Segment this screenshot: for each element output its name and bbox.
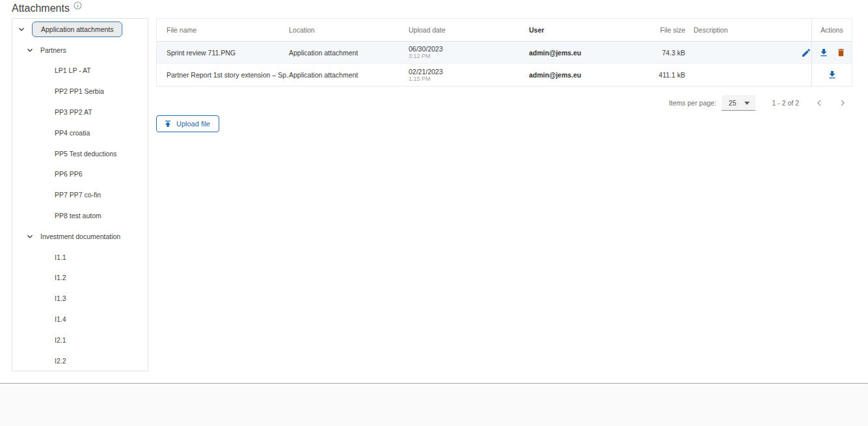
upload-date-cell: 06/30/2023 3:12 PM <box>409 45 529 59</box>
actions-cell <box>811 64 852 86</box>
tree-item-i2-1[interactable]: I2.1 <box>12 330 148 350</box>
page-size-value: 25 <box>729 99 737 107</box>
tree-item-investment-documentation[interactable]: Investment documentation <box>12 226 148 247</box>
column-header-description: Description <box>685 26 811 34</box>
tree-item-i1-2[interactable]: I1.2 <box>12 268 148 289</box>
file-name-cell: Sprint review 711.PNG <box>157 49 289 57</box>
tree-item-application-attachments[interactable]: Application attachments <box>12 19 148 40</box>
table-row: Sprint review 711.PNG Application attach… <box>157 42 852 64</box>
location-cell: Application attachment <box>289 49 409 57</box>
tree-item-i1-4[interactable]: I1.4 <box>12 309 148 330</box>
page-size-select[interactable]: 25 <box>722 95 755 111</box>
location-cell: Application attachment <box>289 71 409 79</box>
upload-date: 06/30/2023 <box>409 45 529 53</box>
column-header-actions: Actions <box>811 19 852 41</box>
tree-item-pp7[interactable]: PP7 PP7 co-fin <box>12 184 148 205</box>
tree-item-label: I2.2 <box>55 357 66 365</box>
file-name-cell: Partner Report 1st story extension – Sp.… <box>157 71 289 79</box>
tree-item-label: PP5 Test deductions <box>55 150 117 158</box>
previous-page-button[interactable] <box>809 93 829 113</box>
upload-time: 1:15 PM <box>409 76 529 82</box>
tree-item-pp8[interactable]: PP8 test autom <box>12 205 148 226</box>
upload-arrow-icon <box>163 119 172 128</box>
edit-description-button[interactable] <box>801 48 811 58</box>
file-size-cell: 411.1 kB <box>620 71 685 79</box>
tree-item-label: PP3 PP2 AT <box>55 108 92 116</box>
table-row: Partner Report 1st story extension – Sp.… <box>157 64 852 86</box>
tree-item-pp5[interactable]: PP5 Test deductions <box>12 143 148 164</box>
paginator: Items per page: 25 1 - 2 of 2 <box>156 91 852 115</box>
user-cell: admin@jems.eu <box>529 49 620 57</box>
attachments-tree-panel: Application attachments Partners LP1 LP … <box>12 18 148 371</box>
tree-item-pp4[interactable]: PP4 croatia <box>12 122 148 143</box>
chevron-right-icon <box>837 98 848 108</box>
file-size-cell: 74.3 kB <box>620 49 685 57</box>
upload-file-button[interactable]: Upload file <box>156 115 219 132</box>
chevron-down-icon[interactable] <box>17 25 26 34</box>
chevron-down-icon[interactable] <box>25 46 34 55</box>
tree-item-label: PP2 PP1 Serbia <box>55 87 104 95</box>
tree-item-label: I2.1 <box>55 336 66 344</box>
tree-item-label: PP6 PP6 <box>55 170 83 178</box>
user-cell: admin@jems.eu <box>529 71 620 79</box>
download-file-button[interactable] <box>819 48 829 58</box>
page-title-bar: Attachments <box>12 3 82 14</box>
upload-button-label: Upload file <box>176 120 210 128</box>
tree-item-label: Investment documentation <box>40 233 120 240</box>
tree-item-label: PP7 PP7 co-fin <box>55 191 101 199</box>
upload-time: 3:12 PM <box>409 53 529 59</box>
footer-area <box>0 384 868 426</box>
tree-item-label: I1.3 <box>55 294 66 302</box>
upload-date-cell: 02/21/2023 1:15 PM <box>409 68 529 82</box>
tree-item-label: PP4 croatia <box>55 129 90 137</box>
tree-item-label: Partners <box>40 46 66 54</box>
caret-down-icon <box>744 102 750 105</box>
pencil-icon <box>801 48 811 58</box>
tree-item-label: I1.4 <box>55 315 66 323</box>
column-header-user: User <box>529 26 620 34</box>
tree-item-label-selected: Application attachments <box>32 21 122 37</box>
tree-item-lp1[interactable]: LP1 LP - AT <box>12 61 148 81</box>
upload-date: 02/21/2023 <box>409 68 529 76</box>
next-page-button[interactable] <box>833 93 852 113</box>
tree-item-i2-2[interactable]: I2.2 <box>12 350 148 371</box>
download-icon <box>819 48 829 58</box>
delete-file-button[interactable] <box>836 48 846 57</box>
tree-item-label: I1.1 <box>55 253 66 261</box>
info-icon[interactable] <box>74 1 82 10</box>
tree-item-i1-1[interactable]: I1.1 <box>12 247 148 268</box>
tree-item-pp3[interactable]: PP3 PP2 AT <box>12 102 148 122</box>
tree-item-label: I1.2 <box>55 274 66 281</box>
trash-icon <box>836 48 846 57</box>
actions-cell <box>811 42 852 63</box>
download-file-button[interactable] <box>827 70 837 80</box>
description-cell <box>685 48 811 58</box>
page-title: Attachments <box>12 3 70 14</box>
download-icon <box>827 70 837 80</box>
items-per-page-label: Items per page: <box>669 99 716 107</box>
tree-item-pp2[interactable]: PP2 PP1 Serbia <box>12 81 148 102</box>
column-header-file-size: File size <box>620 26 685 34</box>
tree-item-pp6[interactable]: PP6 PP6 <box>12 164 148 185</box>
attachments-table: File name Location Upload date User File… <box>156 18 852 87</box>
tree-item-i1-3[interactable]: I1.3 <box>12 288 148 309</box>
tree-item-label: PP8 test autom <box>55 212 102 220</box>
chevron-left-icon <box>814 98 824 108</box>
tree-item-label: LP1 LP - AT <box>55 66 91 74</box>
chevron-down-icon[interactable] <box>25 232 34 241</box>
column-header-upload-date: Upload date <box>409 26 529 34</box>
table-header-row: File name Location Upload date User File… <box>157 19 852 42</box>
column-header-location: Location <box>289 26 409 34</box>
tree-item-partners[interactable]: Partners <box>12 40 148 61</box>
page-range-label: 1 - 2 of 2 <box>772 99 799 107</box>
column-header-file-name: File name <box>157 26 289 34</box>
